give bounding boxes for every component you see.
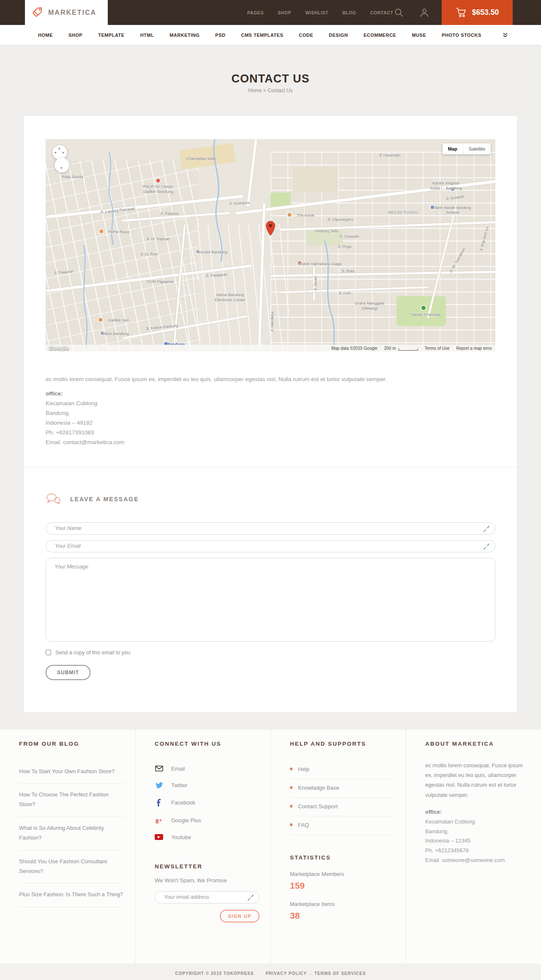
map-label: Jl. Riau [341,269,355,273]
contact-card: Champelas Walk Jl. Hasanudin Raja Sunda … [24,116,517,712]
social-email[interactable]: Email [155,760,260,777]
map-label: The Kiosk [297,212,314,217]
breadcrumb-home[interactable]: Home [248,88,262,93]
stat-label: Marketplace Members [290,871,395,877]
social-google-plus[interactable]: g+ Google Plus [155,812,260,829]
send-copy-checkbox[interactable] [46,650,51,655]
subnav-cms-templates[interactable]: CMS TEMPLATES [241,33,283,38]
list-item[interactable]: Contact Support [290,798,395,816]
office-line: Kecamatan Coblong [425,817,530,827]
map-label: Taman Pramuka [411,312,440,317]
list-item[interactable]: FAQ [290,816,395,835]
name-input[interactable] [46,522,495,535]
newsletter-tagline: We Won't Spam, We Promise [155,877,260,884]
subnav-html[interactable]: HTML [140,33,154,38]
map-label: GOR Pajajaran [147,279,174,284]
list-item: Should You Use Fashion Consultant Servic… [19,851,124,884]
newsletter-email-input[interactable] [155,891,260,903]
list-item[interactable]: Help [290,760,395,779]
social-label: Email [171,766,185,772]
blog-link[interactable]: Plus Size Fashion: Is There Such a Thing… [19,891,123,898]
send-copy-option[interactable]: Send a copy of this email to you [46,650,495,656]
contact-intro: ec mollis lorem consequat. Fusce ipsum e… [46,376,495,382]
form-heading: LEAVE A MESSAGE [70,496,139,502]
stat-value: 159 [290,881,395,891]
topnav-pages[interactable]: PAGES [247,10,264,15]
copyright-bar: COPYRIGHT © 2015 TOKOPRESS PRIVACY POLIC… [0,964,541,980]
map-zoom-control[interactable]: ▾ [55,158,69,173]
map-label: Istana Bandung Electronic Center [207,292,253,302]
footer: FROM OUR BLOG How To Start Your Own Fash… [0,730,541,980]
subnav-shop[interactable]: SHOP [68,33,82,38]
footer-connect-heading: CONNECT WITH US [155,741,260,747]
blog-link[interactable]: How To Start Your Own Fashion Store? [19,768,115,774]
map-terms-link[interactable]: Terms of Use [425,346,450,351]
brand-name: MARKETICA [48,9,96,16]
blog-link[interactable]: What is So Alluring About Celebrity Fash… [19,825,104,841]
message-field-wrap [46,558,495,643]
sign-up-button[interactable]: SIGN UP [220,910,260,922]
google-logo: Google [49,345,69,351]
tag-icon [32,6,44,19]
subnav-template[interactable]: TEMPLATE [98,33,124,38]
brand-logo[interactable]: MARKETICA [25,0,108,25]
map-label: Gedung Sate [315,228,339,233]
search-icon[interactable] [394,8,404,17]
map-type-map-button[interactable]: Map [443,143,463,154]
message-input[interactable] [46,558,495,642]
stat-value: 38 [290,911,395,921]
submit-button[interactable]: SUBMIT [46,665,90,680]
topnav-contact[interactable]: CONTACT [370,10,393,15]
restaurant-icon [287,213,291,217]
subnav-photo-stocks[interactable]: PHOTO STOCKS [442,33,481,38]
chat-bubbles-icon [46,493,61,505]
twitter-icon [155,782,163,789]
bank-icon [431,206,434,209]
map-label: Jl. Dr. Rum [140,252,158,256]
social-label: Google Plus [171,817,201,824]
subnav-ecommerce[interactable]: ECOMMERCE [363,33,396,38]
map-scale: 200 m [384,346,418,351]
social-label: Twitter [171,782,187,788]
office-line: Indonesia – 49182 [46,418,495,428]
restaurant-icon [99,230,103,233]
footer-about-heading: ABOUT MARKETICA [425,741,530,747]
topnav-wishlist[interactable]: WISHLIST [305,10,328,15]
social-facebook[interactable]: Facebook [155,794,260,812]
youtube-icon [155,834,163,840]
blog-list: How To Start Your Own Fashion Store? How… [19,760,124,907]
map-type-satellite-button[interactable]: Satellite [463,143,491,154]
cart-button[interactable]: $653.50 [442,0,513,25]
map-label: RSKB Halmahera Siaga [298,261,342,266]
subnav-marketing[interactable]: MARKETING [169,33,199,38]
chevron-double-down-icon[interactable] [503,33,508,38]
map-label: Jl. Aceh [339,291,351,295]
map-label: Jl. Diponegoro [327,217,353,221]
list-item: Plus Size Fashion: Is There Such a Thing… [19,884,124,907]
email-input[interactable] [46,540,495,552]
blog-link[interactable]: Should You Use Fashion Consultant Servic… [19,858,107,874]
subnav-home[interactable]: HOME [38,33,53,38]
blog-link[interactable]: How To Choose The Perfect Fashion Store? [19,791,109,807]
user-icon[interactable] [420,8,429,17]
topnav-blog[interactable]: BLOG [342,10,356,15]
footer-help-column: HELP AND SUPPORTS Help Knowladge Base Co… [270,730,406,964]
subnav-code[interactable]: CODE [299,33,313,38]
social-twitter[interactable]: Twitter [155,777,260,794]
help-link: Contact Support [298,803,338,810]
topnav-shop[interactable]: SHOP [278,10,291,15]
map-marker-icon[interactable] [265,221,276,238]
map-label: Graha Manggala Siliwangi [352,301,386,311]
terms-link[interactable]: TERMS OF SERVICES [314,971,366,976]
subnav-design[interactable]: DESIGN [329,33,348,38]
subnav-psd[interactable]: PSD [215,33,225,38]
google-map[interactable]: Champelas Walk Jl. Hasanudin Raja Sunda … [46,139,495,351]
pen-icon [483,525,490,534]
privacy-policy-link[interactable]: PRIVACY POLICY [265,971,307,976]
map-report-link[interactable]: Report a map error [456,346,492,351]
subnav-muse[interactable]: MUSE [412,33,426,38]
list-item[interactable]: Knowladge Base [290,779,395,798]
send-copy-label: Send a copy of this email to you [55,650,130,656]
social-youtube[interactable]: Youtube [155,829,260,845]
footer-connect-column: CONNECT WITH US Email Twitter [135,730,270,964]
